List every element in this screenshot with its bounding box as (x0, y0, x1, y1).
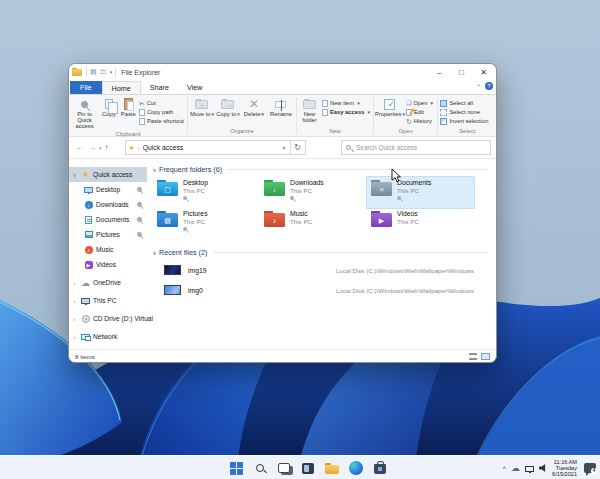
volume-icon[interactable] (539, 464, 547, 472)
copy-path-button[interactable]: Copy path (139, 108, 184, 116)
chevron-right-icon[interactable]: › (71, 298, 78, 304)
desktop-folder-icon: ▢ (157, 180, 178, 196)
start-button[interactable] (228, 460, 244, 476)
chevron-down-icon[interactable]: ∨ (150, 250, 159, 256)
tab-home[interactable]: Home (102, 81, 141, 94)
large-icons-view-icon[interactable] (481, 353, 490, 360)
sidebar-item-onedrive[interactable]: › ☁ OneDrive (69, 275, 147, 290)
documents-folder-icon: ≡ (371, 180, 392, 196)
sidebar-item-videos[interactable]: ▶ Videos (69, 257, 147, 272)
recent-file-row[interactable]: img19 Local Disk (C:)\Windows\Web\Wallpa… (147, 260, 496, 280)
hidden-icons-chevron-icon[interactable]: ^ (503, 465, 506, 472)
sidebar-item-network[interactable]: › Network (69, 329, 147, 344)
maximize-button[interactable]: □ (452, 65, 471, 79)
window-title: File Explorer (121, 69, 160, 76)
help-icon[interactable]: ? (485, 82, 493, 90)
taskbar: ^ ☁ 11:16 AM Tuesday 6/15/2021 4 (0, 455, 600, 479)
pin-icon (182, 226, 188, 232)
sidebar-item-pictures[interactable]: Pictures (69, 227, 147, 242)
sidebar-item-desktop[interactable]: Desktop (69, 182, 147, 197)
minimize-button[interactable]: – (430, 65, 449, 79)
close-button[interactable]: ✕ (474, 65, 493, 79)
task-view-button[interactable] (276, 460, 292, 476)
file-explorer-button[interactable] (324, 460, 340, 476)
paste-button[interactable]: Paste (119, 96, 138, 117)
desktop: ▤ 🗀 ▾ File Explorer – □ ✕ File Home Shar… (0, 0, 600, 479)
network-icon[interactable] (525, 466, 534, 472)
ribbon-group-select: Select all Select none Invert selection … (438, 95, 496, 136)
search-box[interactable] (341, 140, 491, 155)
easy-access-button[interactable]: Easy access (322, 108, 370, 116)
tab-file[interactable]: File (70, 81, 102, 94)
refresh-button[interactable]: ↻ (291, 140, 306, 155)
folder-tile-documents[interactable]: ≡ Documents This PC (367, 177, 474, 208)
music-folder-icon: ♪ (264, 211, 285, 227)
title-bar[interactable]: ▤ 🗀 ▾ File Explorer – □ ✕ (69, 64, 496, 80)
chevron-down-icon[interactable]: ∨ (71, 172, 78, 178)
sidebar-item-quick-access[interactable]: ∨ ★ Quick access (69, 167, 147, 182)
collapse-ribbon-icon[interactable]: ⌃ (476, 83, 481, 90)
address-dropdown-chevron-icon[interactable]: ▼ (282, 145, 287, 151)
store-button[interactable] (372, 460, 388, 476)
properties-button[interactable]: Properties (375, 96, 405, 117)
breadcrumb[interactable]: Quick access (143, 144, 183, 151)
chevron-right-icon[interactable]: › (71, 280, 78, 286)
qat-properties-icon[interactable]: ▤ (90, 68, 97, 76)
invert-selection-icon (440, 118, 447, 125)
cut-button[interactable]: ✂ Cut (139, 99, 184, 107)
sidebar-item-documents[interactable]: Documents (69, 212, 147, 227)
folder-tile-desktop[interactable]: ▢ Desktop This PC (153, 177, 260, 208)
new-item-button[interactable]: New item (322, 99, 370, 107)
select-all-button[interactable]: Select all (440, 99, 488, 107)
copy-to-button[interactable]: → Copy to (215, 96, 241, 117)
search-icon (256, 464, 264, 472)
sidebar-item-music[interactable]: ♪ Music (69, 242, 147, 257)
chevron-down-icon[interactable]: ∨ (150, 167, 159, 173)
new-folder-button[interactable]: New folder (298, 96, 321, 123)
pin-to-quick-access-button[interactable]: Pin to Quick access (70, 96, 99, 130)
chevron-right-icon[interactable]: › (71, 316, 78, 322)
chevron-right-icon[interactable]: › (71, 334, 78, 340)
recent-files-header[interactable]: ∨ Recent files (2) (147, 247, 496, 258)
tab-view[interactable]: View (178, 81, 211, 94)
select-none-button[interactable]: Select none (440, 108, 488, 116)
edit-button[interactable]: Edit (406, 108, 433, 116)
paste-shortcut-button[interactable]: Paste shortcut (139, 117, 184, 125)
folder-tile-music[interactable]: ♪ Music This PC (260, 208, 367, 239)
delete-button[interactable]: ✕ Delete (241, 96, 267, 117)
notifications-icon[interactable]: 4 (584, 463, 596, 473)
divider (115, 68, 116, 77)
move-to-button[interactable]: ← Move to (189, 96, 215, 117)
up-icon[interactable]: ↑ (103, 143, 111, 152)
copy-button[interactable]: Copy (99, 96, 118, 117)
sidebar-item-downloads[interactable]: ↓ Downloads (69, 197, 147, 212)
open-button[interactable]: ❏ Open (406, 99, 433, 107)
taskbar-clock[interactable]: 11:16 AM Tuesday 6/15/2021 (552, 459, 577, 478)
folder-tile-pictures[interactable]: ▨ Pictures This PC (153, 208, 260, 239)
folder-tile-downloads[interactable]: ↓ Downloads This PC (260, 177, 367, 208)
rename-button[interactable]: Rename (267, 96, 295, 117)
back-icon[interactable]: ← (74, 143, 86, 152)
sidebar-item-cd-drive[interactable]: › CD Drive (D:) Virtual (69, 311, 147, 326)
folder-tile-videos[interactable]: ▶ Videos This PC (367, 208, 474, 239)
widgets-icon (302, 463, 314, 474)
frequent-folders-header[interactable]: ∨ Frequent folders (6) (147, 164, 496, 175)
forward-icon[interactable]: → (86, 143, 98, 152)
notification-badge: 4 (591, 468, 597, 474)
qat-customize-chevron-icon[interactable]: ▾ (110, 69, 113, 75)
invert-selection-button[interactable]: Invert selection (440, 117, 488, 125)
onedrive-cloud-icon[interactable]: ☁ (511, 464, 520, 473)
details-view-icon[interactable] (469, 353, 477, 360)
group-label-select: Select (439, 127, 495, 136)
recent-file-row[interactable]: img0 Local Disk (C:)\Windows\Web\Wallpap… (147, 280, 496, 300)
tab-share[interactable]: Share (141, 81, 178, 94)
search-button[interactable] (252, 460, 268, 476)
edge-button[interactable] (348, 460, 364, 476)
paste-shortcut-icon (139, 118, 145, 125)
widgets-button[interactable] (300, 460, 316, 476)
address-bar[interactable]: ★ › Quick access ▼ (125, 140, 291, 155)
sidebar-item-this-pc[interactable]: › This PC (69, 293, 147, 308)
qat-new-folder-icon[interactable]: 🗀 (100, 68, 107, 76)
history-button[interactable]: ↻ History (406, 117, 433, 125)
search-input[interactable] (354, 143, 486, 152)
